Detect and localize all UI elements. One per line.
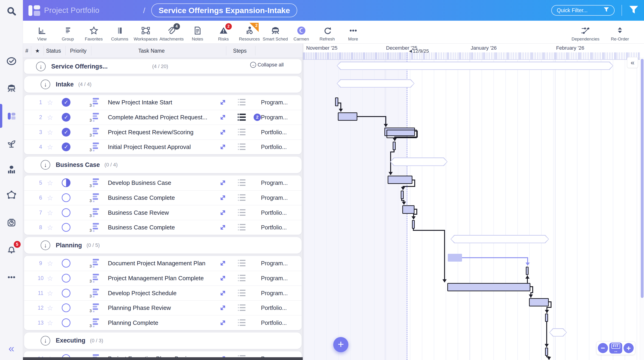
zoom-out-button[interactable]: − — [598, 343, 608, 353]
favorite-star-icon[interactable]: ☆ — [47, 179, 53, 187]
steps-list-icon[interactable] — [237, 113, 246, 121]
zoom-in-button[interactable]: + — [624, 343, 634, 353]
toolbar-item-notes[interactable]: Notes — [184, 23, 210, 42]
toolbar-item-re-order[interactable]: Re-Order — [603, 23, 637, 42]
toolbar-item-more[interactable]: More — [340, 23, 366, 42]
priority-icon[interactable]: 3 — [89, 317, 101, 328]
expand-task-icon[interactable] — [219, 194, 227, 202]
sidebar-item-timer[interactable] — [5, 216, 18, 229]
gantt-task-9-bar[interactable] — [448, 254, 462, 262]
favorite-star-icon[interactable]: ☆ — [47, 143, 53, 151]
toolbar-item-risks[interactable]: 2Risks — [210, 23, 236, 42]
steps-list-icon[interactable] — [237, 259, 246, 267]
table-row[interactable]: 7☆3Business Case ReviewPortfolio... — [24, 205, 302, 220]
steps-list-icon[interactable] — [237, 98, 246, 106]
status-open-icon[interactable] — [62, 274, 70, 283]
sidebar-item-approvals[interactable] — [5, 55, 18, 68]
table-row[interactable]: 3☆✓3Project Request Review/ScoringPortfo… — [24, 125, 302, 139]
favorite-star-icon[interactable]: ☆ — [47, 274, 53, 282]
gantt-task-10-milestone[interactable] — [526, 267, 528, 275]
status-done-icon[interactable]: ✓ — [62, 113, 70, 122]
favorite-star-icon[interactable]: ☆ — [47, 113, 53, 121]
status-open-icon[interactable] — [62, 223, 70, 232]
sidebar-collapse-chevrons-icon[interactable]: « — [8, 343, 14, 353]
header-steps[interactable]: Steps — [233, 48, 247, 54]
toolbar-item-attachments[interactable]: 4Attachments — [158, 23, 184, 42]
status-half-icon[interactable] — [62, 178, 70, 187]
status-done-icon[interactable]: ✓ — [62, 128, 70, 136]
gantt-task-1-milestone[interactable] — [335, 97, 338, 106]
gantt-task-5-bar[interactable] — [388, 176, 412, 184]
favorite-star-icon[interactable]: ☆ — [47, 194, 53, 202]
favorite-star-icon[interactable]: ☆ — [47, 289, 53, 297]
steps-list-icon[interactable] — [237, 274, 246, 282]
app-logo-icon[interactable] — [28, 4, 41, 17]
steps-list-icon[interactable] — [237, 143, 246, 151]
toolbar-item-group[interactable]: Group — [55, 23, 81, 42]
table-row[interactable]: 1☆✓3New Project Intake StartProgram... — [24, 95, 302, 110]
table-row[interactable]: 9☆3Document Project Management PlanProgr… — [24, 256, 302, 271]
gantt-summary-executing[interactable] — [549, 328, 567, 336]
status-done-icon[interactable]: ✓ — [62, 142, 70, 151]
status-open-icon[interactable] — [62, 208, 70, 217]
gantt-task-12-bar[interactable] — [529, 298, 549, 306]
gantt-task-13-milestone[interactable] — [545, 314, 548, 322]
status-open-icon[interactable] — [62, 259, 70, 268]
gantt-task-14-milestone[interactable] — [545, 347, 548, 356]
expand-task-icon[interactable] — [219, 304, 227, 312]
steps-list-icon[interactable] — [237, 319, 246, 327]
collapse-section-icon[interactable]: ↓ — [36, 62, 46, 71]
header-status[interactable]: Status — [46, 48, 61, 54]
toolbar-item-carmen[interactable]: Carmen — [288, 23, 314, 42]
collapse-section-icon[interactable]: ↓ — [40, 336, 50, 345]
fit-button[interactable]: FIT ↔ — [609, 342, 622, 353]
favorite-star-icon[interactable]: ☆ — [47, 259, 53, 267]
gantt-task-3-bar[interactable] — [384, 128, 415, 136]
header-star-icon[interactable]: ★ — [35, 48, 40, 54]
sidebar-item-more[interactable] — [5, 271, 18, 284]
header-priority[interactable]: Priority — [70, 48, 86, 54]
header-task-name[interactable]: Task Name — [138, 48, 164, 54]
steps-list-icon[interactable] — [237, 289, 246, 297]
vertical-scrollbar[interactable] — [640, 57, 644, 360]
status-open-icon[interactable] — [62, 289, 70, 297]
toolbar-item-view[interactable]: View — [29, 23, 55, 42]
sidebar-item-portfolio[interactable] — [5, 109, 18, 122]
toolbar-item-smart-sched[interactable]: Smart Sched — [262, 23, 288, 42]
priority-icon[interactable]: 3 — [89, 207, 101, 218]
sidebar-item-search[interactable] — [5, 5, 18, 18]
expand-task-icon[interactable] — [219, 128, 227, 136]
scrollbar-thumb[interactable] — [641, 59, 644, 298]
priority-icon[interactable]: 3 — [89, 141, 101, 153]
steps-list-icon[interactable] — [237, 304, 246, 312]
toolbar-item-resources[interactable]: 2Resources — [236, 23, 262, 42]
table-row[interactable]: 5☆3Develop Business CaseProgram... — [24, 175, 302, 190]
priority-icon[interactable]: 3 — [89, 97, 101, 108]
table-row[interactable]: 10☆3Project Management Plan CompleteProg… — [24, 271, 302, 286]
collapse-all-button[interactable]: →Collapse all — [250, 62, 284, 68]
sidebar-item-people[interactable] — [5, 163, 18, 176]
toolbar-item-workspaces[interactable]: Workspaces — [133, 23, 158, 42]
gantt-task-8-milestone[interactable] — [412, 220, 415, 229]
status-open-icon[interactable] — [62, 318, 70, 327]
table-row[interactable]: 8☆3Business Case CompletePortfolio... — [24, 220, 302, 235]
gantt-summary-project[interactable] — [337, 62, 613, 70]
favorite-star-icon[interactable]: ☆ — [47, 304, 53, 312]
collapse-section-icon[interactable]: ↓ — [40, 241, 50, 250]
priority-icon[interactable]: 3 — [89, 302, 101, 314]
favorite-star-icon[interactable]: ☆ — [47, 224, 53, 232]
table-row[interactable]: 2☆✓3Complete Attached Project Request...… — [24, 110, 302, 125]
status-done-icon[interactable]: ✓ — [62, 98, 70, 107]
expand-task-icon[interactable] — [219, 179, 227, 187]
steps-list-icon[interactable] — [237, 223, 246, 232]
favorite-star-icon[interactable]: ☆ — [47, 209, 53, 217]
sidebar-item-network[interactable] — [5, 189, 18, 201]
gantt-summary-intake[interactable] — [337, 79, 414, 88]
priority-icon[interactable]: 3 — [89, 257, 101, 269]
group-row-service-offerings[interactable]: ↓Service Offerings...(4 / 20)→Collapse a… — [24, 59, 302, 74]
expand-task-icon[interactable] — [219, 143, 227, 151]
steps-list-icon[interactable] — [237, 128, 246, 136]
priority-icon[interactable]: 3 — [89, 222, 101, 233]
gantt-task-6-milestone[interactable] — [401, 191, 404, 199]
table-row[interactable]: 11☆3Develop Project ScheduleProgram... — [24, 285, 302, 300]
